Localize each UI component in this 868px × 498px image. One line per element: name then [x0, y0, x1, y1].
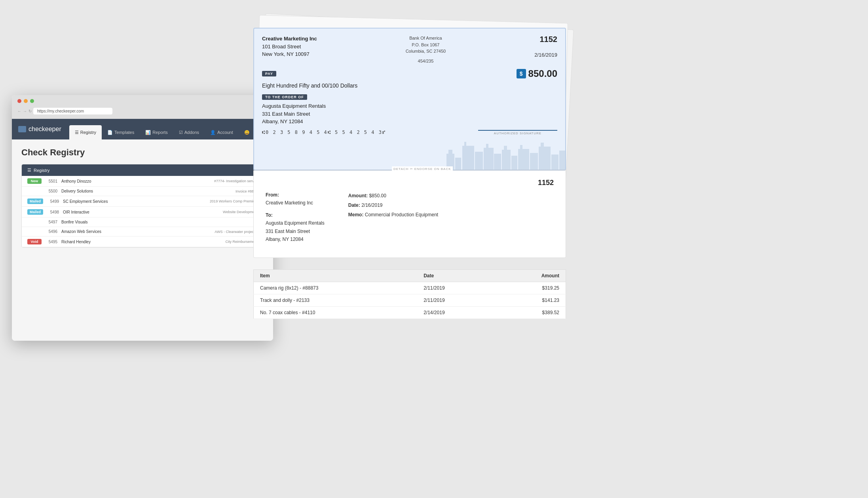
browser-content: checkeeper ☰ Registry 📄 Templates 📊 Repo… — [12, 119, 273, 341]
item-date: 2/11/2019 — [417, 294, 495, 307]
main-content: Check Registry ☰ Registry New 5501 Antho… — [12, 139, 273, 256]
memo-text: Invoice #8874 — [113, 189, 258, 193]
dot-minimize[interactable] — [24, 99, 28, 103]
payee-name: Amazon Web Services — [61, 229, 109, 234]
svg-rect-5 — [475, 152, 483, 170]
registry-table: New 5501 Anthony Dinozzo #7774- Investig… — [22, 176, 263, 247]
item-date: 2/14/2019 — [417, 307, 495, 319]
registry-panel-header: ☰ Registry — [22, 164, 263, 176]
nav-tab-registry[interactable]: ☰ Registry — [69, 125, 102, 139]
svg-rect-12 — [518, 149, 529, 170]
svg-rect-8 — [494, 154, 501, 170]
table-row[interactable]: New 5501 Anthony Dinozzo #7774- Investig… — [22, 176, 263, 187]
nav-tabs: ☰ Registry 📄 Templates 📊 Reports ☑ Addon… — [69, 119, 255, 139]
registry-panel-title: Registry — [34, 168, 49, 173]
svg-rect-11 — [511, 156, 517, 170]
table-row[interactable]: Mailed 5499 SC Employment Services 2019 … — [22, 196, 263, 207]
svg-rect-10 — [504, 146, 507, 170]
table-row[interactable]: 5496 Amazon Web Services AWS - Clearwate… — [22, 227, 263, 237]
templates-tab-label: Templates — [114, 130, 134, 135]
check-amount-words: Eight Hundred Fifty and 00/100 Dollars — [262, 82, 557, 89]
check-payee: Augusta Equipment Rentals 331 East Main … — [262, 102, 557, 126]
item-amount: $319.25 — [495, 282, 566, 294]
svg-rect-16 — [541, 143, 544, 170]
svg-rect-2 — [455, 158, 461, 170]
check-bottom: ⑆0 2 3 5 8 9 4 5 4⑆ 5 5 4 2 5 4 3⑈ AUTHO… — [262, 130, 557, 135]
status-badge — [27, 191, 42, 192]
stub-check-number: 1152 — [266, 179, 554, 187]
col-amount: Amount — [495, 270, 566, 282]
app-header: checkeeper ☰ Registry 📄 Templates 📊 Repo… — [12, 119, 273, 139]
dot-maximize[interactable] — [30, 99, 34, 103]
check-number: 5497 — [46, 220, 57, 224]
payee-name: Bonfire Visuals — [61, 220, 109, 224]
svg-rect-14 — [530, 153, 538, 170]
svg-rect-13 — [520, 145, 522, 170]
svg-rect-18 — [559, 151, 565, 170]
table-row[interactable]: 5500 Delivery Solutions Invoice #8874 — [22, 187, 263, 196]
stub-from-to: From: Creative Marketing Inc To: Augusta… — [266, 191, 325, 243]
line-items-table: Item Date Amount Camera rig (8x12) - #88… — [253, 269, 566, 319]
browser-mockup: ← → ↻ https://my.checkeeper.com checkeep… — [12, 95, 273, 341]
registry-icon: ☰ — [75, 130, 79, 135]
nav-refresh[interactable]: ↻ — [28, 109, 32, 113]
nav-tab-more[interactable]: 😀 — [239, 125, 255, 139]
item-name: Track and dolly - #2133 — [254, 294, 418, 307]
building-silhouette — [446, 138, 565, 170]
payee-name: SC Employment Services — [63, 199, 110, 204]
address-bar[interactable]: https://my.checkeeper.com — [33, 108, 112, 114]
logo-icon — [18, 126, 26, 132]
col-item: Item — [254, 270, 418, 282]
check-number: 5495 — [46, 240, 57, 244]
check-pay-row: PAY $ 850.00 — [262, 68, 557, 79]
check-number-block: 1152 2/16/2019 — [534, 35, 557, 64]
browser-chrome: ← → ↻ https://my.checkeeper.com — [12, 95, 273, 119]
line-items-section: Item Date Amount Camera rig (8x12) - #88… — [253, 269, 566, 319]
check-amount-box: $ 850.00 — [517, 68, 557, 79]
nav-tab-reports[interactable]: 📊 Reports — [140, 125, 173, 139]
svg-rect-15 — [539, 147, 551, 170]
registry-panel-icon: ☰ — [27, 168, 31, 173]
reports-icon: 📊 — [145, 130, 151, 135]
nav-forward[interactable]: → — [23, 109, 27, 113]
page-title: Check Registry — [21, 147, 264, 158]
check-stub: 1152 From: Creative Marketing Inc To: Au… — [253, 170, 566, 258]
table-row[interactable]: Mailed 5498 OIR Interactive Website Deve… — [22, 207, 263, 218]
memo-text: Website Development — [114, 210, 258, 214]
status-badge — [27, 231, 42, 233]
line-item-row: Track and dolly - #2133 2/11/2019 $141.2… — [254, 294, 566, 307]
nav-tab-addons[interactable]: ☑ Addons — [173, 125, 205, 139]
browser-dots — [17, 99, 268, 103]
dot-close[interactable] — [17, 99, 21, 103]
item-amount: $389.52 — [495, 307, 566, 319]
payee-name: OIR Interactive — [63, 210, 110, 214]
payee-name: Anthony Dinozzo — [61, 179, 109, 183]
svg-rect-3 — [462, 146, 474, 170]
check-number: 5498 — [47, 210, 59, 214]
table-row[interactable]: Void 5495 Richard Hendley City Reimburse… — [22, 237, 263, 247]
check-number: 5499 — [47, 199, 59, 204]
stub-top: From: Creative Marketing Inc To: Augusta… — [266, 191, 554, 243]
account-icon: 👤 — [210, 130, 216, 135]
line-item-row: Camera rig (8x12) - #88873 2/11/2019 $31… — [254, 282, 566, 294]
item-amount: $141.23 — [495, 294, 566, 307]
nav-tab-templates[interactable]: 📄 Templates — [102, 125, 140, 139]
item-name: Camera rig (8x12) - #88873 — [254, 282, 418, 294]
table-row[interactable]: 5497 Bonfire Visuals — [22, 218, 263, 227]
reports-tab-label: Reports — [152, 130, 168, 135]
nav-tab-account[interactable]: 👤 Account — [205, 125, 239, 139]
memo-text: #7774- Investigation servi... — [113, 179, 258, 183]
pay-label: PAY — [262, 71, 276, 76]
nav-back[interactable]: ← — [17, 109, 21, 113]
check-number: 5501 — [46, 179, 57, 183]
signature-block: AUTHORIZED SIGNATURE — [478, 130, 557, 135]
item-name: No. 7 coax cables - #4110 — [254, 307, 418, 319]
status-badge: New — [27, 178, 42, 184]
registry-panel: ☰ Registry New 5501 Anthony Dinozzo #777… — [21, 164, 264, 248]
svg-rect-6 — [484, 148, 494, 170]
status-badge — [27, 221, 42, 223]
item-date: 2/11/2019 — [417, 282, 495, 294]
svg-rect-4 — [464, 142, 466, 170]
line-item-row: No. 7 coax cables - #4110 2/14/2019 $389… — [254, 307, 566, 319]
col-date: Date — [417, 270, 495, 282]
